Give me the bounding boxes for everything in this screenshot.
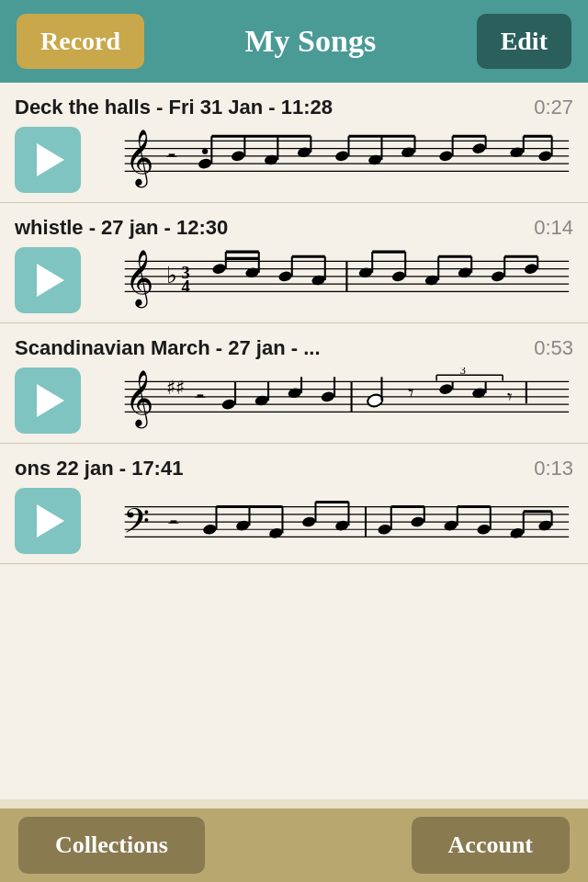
song-title: Scandinavian March - 27 jan - ...	[15, 336, 321, 360]
svg-text:𝄞: 𝄞	[125, 130, 153, 188]
svg-point-57	[391, 270, 407, 283]
svg-text:𝄞: 𝄞	[125, 370, 153, 429]
svg-point-23	[438, 150, 454, 163]
svg-text:4: 4	[181, 277, 189, 296]
svg-point-78	[221, 398, 237, 411]
svg-point-67	[524, 263, 539, 276]
svg-point-11	[264, 153, 279, 166]
record-button[interactable]: Record	[17, 14, 144, 69]
svg-point-82	[288, 387, 303, 400]
svg-point-65	[491, 270, 506, 283]
svg-point-55	[358, 266, 374, 279]
svg-text:𝄢: 𝄢	[123, 503, 150, 548]
svg-point-62	[458, 266, 473, 279]
svg-text:𝄞: 𝄞	[125, 250, 153, 309]
song-duration: 0:27	[534, 96, 573, 119]
svg-point-13	[297, 146, 312, 159]
svg-point-114	[301, 515, 317, 528]
song-duration: 0:14	[534, 216, 573, 240]
svg-point-30	[537, 150, 553, 163]
svg-point-51	[311, 274, 326, 287]
svg-point-107	[202, 523, 218, 536]
svg-point-125	[443, 519, 458, 532]
edit-button[interactable]: Edit	[477, 14, 571, 69]
svg-point-49	[277, 270, 293, 283]
play-button[interactable]	[15, 247, 81, 313]
svg-point-80	[254, 394, 270, 407]
account-button[interactable]: Account	[412, 817, 570, 874]
song-duration: 0:53	[534, 336, 573, 360]
svg-point-84	[321, 390, 336, 403]
svg-point-60	[424, 274, 440, 287]
svg-point-16	[334, 150, 350, 163]
svg-point-130	[509, 527, 525, 540]
play-icon	[37, 384, 64, 417]
play-button[interactable]	[15, 127, 81, 193]
svg-text:𝄼: 𝄼	[166, 153, 177, 157]
song-title: Deck the halls - Fri 31 Jan - 11:28	[15, 96, 333, 119]
list-item: whistle - 27 jan - 12:30 0:14 𝄞	[0, 203, 588, 323]
svg-text:♯♯: ♯♯	[166, 378, 185, 398]
svg-point-94	[438, 383, 454, 396]
sheet-music: 𝄞 ♭ 3 4	[92, 247, 573, 313]
play-icon	[37, 504, 64, 537]
svg-point-43	[211, 263, 227, 276]
svg-point-127	[476, 523, 492, 536]
play-button[interactable]	[15, 368, 81, 434]
svg-point-33	[202, 149, 208, 154]
collections-button[interactable]: Collections	[18, 817, 205, 874]
svg-point-96	[471, 387, 487, 400]
svg-point-18	[368, 153, 383, 166]
list-item: Scandinavian March - 27 jan - ... 0:53 𝄞	[0, 323, 588, 444]
svg-point-7	[198, 157, 213, 170]
svg-point-116	[334, 519, 350, 532]
song-title: ons 22 jan - 17:41	[15, 457, 183, 481]
svg-point-9	[231, 150, 246, 163]
svg-point-132	[537, 519, 553, 532]
list-item: Deck the halls - Fri 31 Jan - 11:28 0:27	[0, 83, 588, 203]
svg-point-120	[377, 523, 392, 536]
play-icon	[37, 264, 64, 297]
svg-point-111	[268, 527, 284, 540]
play-icon	[37, 143, 64, 176]
song-duration: 0:13	[534, 457, 573, 481]
song-title: whistle - 27 jan - 12:30	[15, 216, 228, 240]
song-list: Deck the halls - Fri 31 Jan - 11:28 0:27	[0, 83, 588, 799]
svg-point-20	[401, 146, 416, 159]
svg-point-122	[410, 515, 425, 528]
page-title: My Songs	[245, 24, 377, 59]
sheet-music: 𝄢 𝄼	[92, 488, 573, 554]
sheet-music: 𝄞 ♯♯ 𝄼	[92, 368, 573, 434]
svg-point-45	[244, 266, 260, 279]
bottom-navigation: Collections Account	[0, 808, 588, 882]
sheet-music: 𝄞 𝄼	[92, 127, 573, 193]
play-button[interactable]	[15, 488, 81, 554]
list-item: ons 22 jan - 17:41 0:13 𝄢	[0, 444, 588, 564]
svg-point-25	[471, 142, 487, 155]
svg-point-28	[509, 146, 525, 159]
svg-text:3: 3	[460, 368, 466, 377]
svg-text:♭: ♭	[166, 263, 177, 288]
svg-point-109	[235, 519, 251, 532]
svg-text:𝄼: 𝄼	[195, 394, 206, 398]
